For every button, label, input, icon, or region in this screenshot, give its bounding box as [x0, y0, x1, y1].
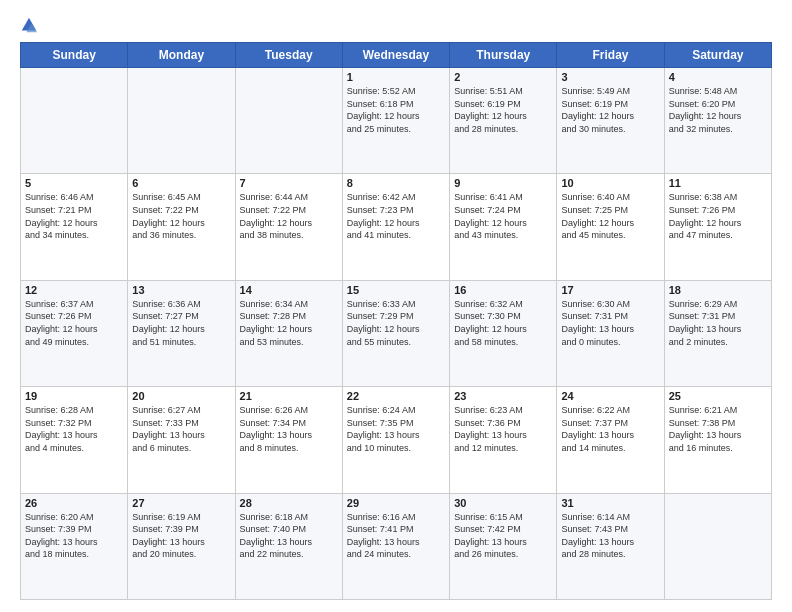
day-number: 11: [669, 177, 767, 189]
day-cell: 20Sunrise: 6:27 AM Sunset: 7:33 PM Dayli…: [128, 387, 235, 493]
col-header-thursday: Thursday: [450, 43, 557, 68]
day-number: 28: [240, 497, 338, 509]
day-cell: 10Sunrise: 6:40 AM Sunset: 7:25 PM Dayli…: [557, 174, 664, 280]
day-info: Sunrise: 5:49 AM Sunset: 6:19 PM Dayligh…: [561, 85, 659, 135]
day-info: Sunrise: 6:46 AM Sunset: 7:21 PM Dayligh…: [25, 191, 123, 241]
day-number: 8: [347, 177, 445, 189]
day-number: 31: [561, 497, 659, 509]
col-header-wednesday: Wednesday: [342, 43, 449, 68]
day-number: 27: [132, 497, 230, 509]
day-cell: 29Sunrise: 6:16 AM Sunset: 7:41 PM Dayli…: [342, 493, 449, 599]
day-cell: 12Sunrise: 6:37 AM Sunset: 7:26 PM Dayli…: [21, 280, 128, 386]
day-info: Sunrise: 6:38 AM Sunset: 7:26 PM Dayligh…: [669, 191, 767, 241]
day-info: Sunrise: 6:24 AM Sunset: 7:35 PM Dayligh…: [347, 404, 445, 454]
day-info: Sunrise: 6:22 AM Sunset: 7:37 PM Dayligh…: [561, 404, 659, 454]
day-cell: 4Sunrise: 5:48 AM Sunset: 6:20 PM Daylig…: [664, 68, 771, 174]
day-info: Sunrise: 6:34 AM Sunset: 7:28 PM Dayligh…: [240, 298, 338, 348]
day-number: 2: [454, 71, 552, 83]
calendar-table: SundayMondayTuesdayWednesdayThursdayFrid…: [20, 42, 772, 600]
week-row-5: 26Sunrise: 6:20 AM Sunset: 7:39 PM Dayli…: [21, 493, 772, 599]
day-info: Sunrise: 6:23 AM Sunset: 7:36 PM Dayligh…: [454, 404, 552, 454]
day-cell: 19Sunrise: 6:28 AM Sunset: 7:32 PM Dayli…: [21, 387, 128, 493]
day-info: Sunrise: 6:29 AM Sunset: 7:31 PM Dayligh…: [669, 298, 767, 348]
day-cell: 11Sunrise: 6:38 AM Sunset: 7:26 PM Dayli…: [664, 174, 771, 280]
day-info: Sunrise: 6:33 AM Sunset: 7:29 PM Dayligh…: [347, 298, 445, 348]
day-info: Sunrise: 6:15 AM Sunset: 7:42 PM Dayligh…: [454, 511, 552, 561]
day-info: Sunrise: 6:26 AM Sunset: 7:34 PM Dayligh…: [240, 404, 338, 454]
day-cell: 28Sunrise: 6:18 AM Sunset: 7:40 PM Dayli…: [235, 493, 342, 599]
day-cell: 15Sunrise: 6:33 AM Sunset: 7:29 PM Dayli…: [342, 280, 449, 386]
day-info: Sunrise: 6:40 AM Sunset: 7:25 PM Dayligh…: [561, 191, 659, 241]
week-row-1: 1Sunrise: 5:52 AM Sunset: 6:18 PM Daylig…: [21, 68, 772, 174]
day-cell: 8Sunrise: 6:42 AM Sunset: 7:23 PM Daylig…: [342, 174, 449, 280]
day-cell: 17Sunrise: 6:30 AM Sunset: 7:31 PM Dayli…: [557, 280, 664, 386]
logo: [20, 16, 42, 34]
day-number: 22: [347, 390, 445, 402]
day-number: 24: [561, 390, 659, 402]
day-number: 26: [25, 497, 123, 509]
day-number: 13: [132, 284, 230, 296]
day-cell: 21Sunrise: 6:26 AM Sunset: 7:34 PM Dayli…: [235, 387, 342, 493]
day-info: Sunrise: 6:32 AM Sunset: 7:30 PM Dayligh…: [454, 298, 552, 348]
day-info: Sunrise: 6:28 AM Sunset: 7:32 PM Dayligh…: [25, 404, 123, 454]
page: SundayMondayTuesdayWednesdayThursdayFrid…: [0, 0, 792, 612]
day-number: 19: [25, 390, 123, 402]
day-number: 20: [132, 390, 230, 402]
day-info: Sunrise: 6:30 AM Sunset: 7:31 PM Dayligh…: [561, 298, 659, 348]
day-number: 10: [561, 177, 659, 189]
day-info: Sunrise: 6:21 AM Sunset: 7:38 PM Dayligh…: [669, 404, 767, 454]
day-cell: 25Sunrise: 6:21 AM Sunset: 7:38 PM Dayli…: [664, 387, 771, 493]
day-info: Sunrise: 6:27 AM Sunset: 7:33 PM Dayligh…: [132, 404, 230, 454]
day-number: 23: [454, 390, 552, 402]
day-info: Sunrise: 6:18 AM Sunset: 7:40 PM Dayligh…: [240, 511, 338, 561]
day-cell: 6Sunrise: 6:45 AM Sunset: 7:22 PM Daylig…: [128, 174, 235, 280]
day-number: 4: [669, 71, 767, 83]
day-cell: 31Sunrise: 6:14 AM Sunset: 7:43 PM Dayli…: [557, 493, 664, 599]
day-info: Sunrise: 6:19 AM Sunset: 7:39 PM Dayligh…: [132, 511, 230, 561]
day-cell: 16Sunrise: 6:32 AM Sunset: 7:30 PM Dayli…: [450, 280, 557, 386]
col-header-friday: Friday: [557, 43, 664, 68]
col-header-saturday: Saturday: [664, 43, 771, 68]
day-number: 6: [132, 177, 230, 189]
day-number: 1: [347, 71, 445, 83]
day-cell: 30Sunrise: 6:15 AM Sunset: 7:42 PM Dayli…: [450, 493, 557, 599]
logo-icon: [20, 16, 38, 34]
day-number: 30: [454, 497, 552, 509]
day-cell: 26Sunrise: 6:20 AM Sunset: 7:39 PM Dayli…: [21, 493, 128, 599]
day-cell: 9Sunrise: 6:41 AM Sunset: 7:24 PM Daylig…: [450, 174, 557, 280]
day-number: 16: [454, 284, 552, 296]
day-cell: 22Sunrise: 6:24 AM Sunset: 7:35 PM Dayli…: [342, 387, 449, 493]
day-info: Sunrise: 6:42 AM Sunset: 7:23 PM Dayligh…: [347, 191, 445, 241]
day-number: 5: [25, 177, 123, 189]
day-cell: [664, 493, 771, 599]
day-cell: 27Sunrise: 6:19 AM Sunset: 7:39 PM Dayli…: [128, 493, 235, 599]
col-header-monday: Monday: [128, 43, 235, 68]
calendar-header-row: SundayMondayTuesdayWednesdayThursdayFrid…: [21, 43, 772, 68]
day-number: 7: [240, 177, 338, 189]
day-cell: 23Sunrise: 6:23 AM Sunset: 7:36 PM Dayli…: [450, 387, 557, 493]
day-number: 17: [561, 284, 659, 296]
day-cell: 13Sunrise: 6:36 AM Sunset: 7:27 PM Dayli…: [128, 280, 235, 386]
day-number: 3: [561, 71, 659, 83]
day-info: Sunrise: 5:52 AM Sunset: 6:18 PM Dayligh…: [347, 85, 445, 135]
day-number: 15: [347, 284, 445, 296]
day-cell: [128, 68, 235, 174]
day-number: 12: [25, 284, 123, 296]
day-cell: 2Sunrise: 5:51 AM Sunset: 6:19 PM Daylig…: [450, 68, 557, 174]
day-info: Sunrise: 6:14 AM Sunset: 7:43 PM Dayligh…: [561, 511, 659, 561]
day-cell: 14Sunrise: 6:34 AM Sunset: 7:28 PM Dayli…: [235, 280, 342, 386]
day-number: 9: [454, 177, 552, 189]
day-cell: 24Sunrise: 6:22 AM Sunset: 7:37 PM Dayli…: [557, 387, 664, 493]
day-info: Sunrise: 6:36 AM Sunset: 7:27 PM Dayligh…: [132, 298, 230, 348]
day-number: 18: [669, 284, 767, 296]
day-number: 29: [347, 497, 445, 509]
col-header-tuesday: Tuesday: [235, 43, 342, 68]
day-info: Sunrise: 6:16 AM Sunset: 7:41 PM Dayligh…: [347, 511, 445, 561]
day-cell: 3Sunrise: 5:49 AM Sunset: 6:19 PM Daylig…: [557, 68, 664, 174]
day-info: Sunrise: 6:20 AM Sunset: 7:39 PM Dayligh…: [25, 511, 123, 561]
day-info: Sunrise: 6:37 AM Sunset: 7:26 PM Dayligh…: [25, 298, 123, 348]
day-number: 21: [240, 390, 338, 402]
col-header-sunday: Sunday: [21, 43, 128, 68]
week-row-2: 5Sunrise: 6:46 AM Sunset: 7:21 PM Daylig…: [21, 174, 772, 280]
day-cell: [21, 68, 128, 174]
